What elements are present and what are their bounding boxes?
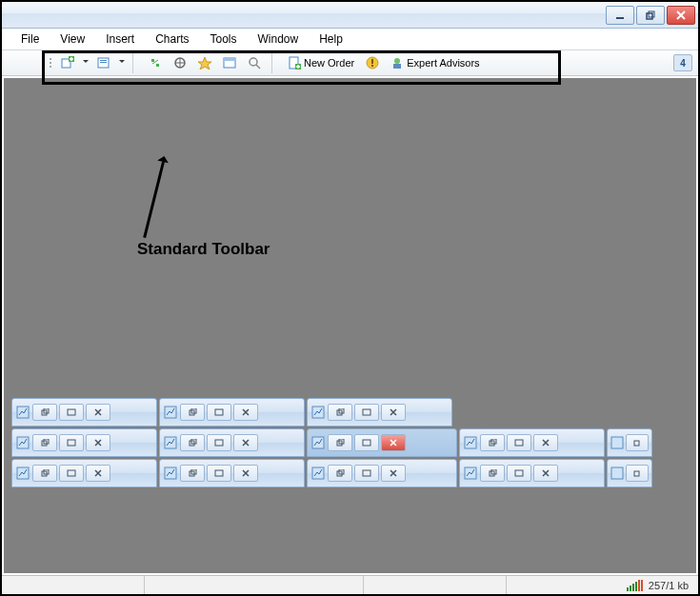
- svg-rect-8: [151, 59, 154, 62]
- navigator-button[interactable]: [194, 52, 215, 73]
- data-window-button[interactable]: [170, 52, 190, 73]
- annotation-arrow: [143, 162, 165, 238]
- window-restore-icon[interactable]: [626, 434, 649, 451]
- window-restore-icon[interactable]: [480, 465, 505, 482]
- menu-view[interactable]: View: [50, 30, 96, 49]
- svg-rect-54: [68, 470, 75, 476]
- window-close-icon[interactable]: [233, 434, 258, 451]
- window-restore-icon[interactable]: [32, 465, 57, 482]
- chart-window[interactable]: [307, 459, 457, 487]
- menu-window[interactable]: Window: [249, 30, 310, 49]
- window-maximize-icon[interactable]: [354, 404, 379, 421]
- menu-help[interactable]: Help: [310, 30, 354, 49]
- svg-rect-17: [371, 59, 373, 64]
- transfer-label: 257/1 kb: [649, 580, 698, 591]
- chart-window[interactable]: [11, 428, 157, 457]
- window-restore-icon[interactable]: [328, 434, 352, 451]
- restore-button[interactable]: [636, 6, 665, 25]
- chart-window[interactable]: [11, 459, 157, 487]
- window-restore-icon[interactable]: [328, 404, 352, 421]
- window-close-icon[interactable]: [381, 465, 406, 482]
- window-maximize-icon[interactable]: [207, 404, 231, 421]
- window-close-icon[interactable]: [233, 404, 258, 421]
- window-restore-icon[interactable]: [32, 434, 57, 451]
- profiles-dropdown[interactable]: [118, 60, 126, 66]
- window-restore-icon[interactable]: [180, 404, 205, 421]
- window-close-icon[interactable]: [381, 404, 406, 421]
- window-close-icon[interactable]: [533, 465, 558, 482]
- window-close-icon[interactable]: [86, 465, 110, 482]
- window-close-icon[interactable]: [233, 465, 258, 482]
- window-restore-icon[interactable]: [32, 404, 57, 421]
- annotation-label: Standard Toolbar: [137, 240, 270, 259]
- chart-window-active[interactable]: [307, 428, 457, 457]
- chart-window[interactable]: [159, 459, 305, 487]
- menu-file[interactable]: File: [11, 30, 50, 49]
- window-restore-icon[interactable]: [480, 434, 505, 451]
- svg-rect-44: [363, 440, 370, 446]
- window-maximize-icon[interactable]: [59, 434, 84, 451]
- new-chart-button[interactable]: [57, 52, 78, 73]
- window-maximize-icon[interactable]: [354, 434, 379, 451]
- chart-window[interactable]: [459, 459, 605, 487]
- svg-rect-58: [215, 470, 223, 476]
- chart-icon: [463, 466, 478, 481]
- close-button[interactable]: [667, 6, 695, 25]
- menu-insert[interactable]: Insert: [96, 30, 146, 49]
- window-maximize-icon[interactable]: [507, 465, 531, 482]
- toolbar-grip[interactable]: [48, 52, 53, 73]
- mdi-windows-area: [11, 398, 690, 487]
- window-close-icon[interactable]: [86, 404, 110, 421]
- minimize-button[interactable]: [606, 6, 634, 25]
- chart-icon: [163, 466, 178, 481]
- mdi-workspace: Standard Toolbar: [4, 78, 696, 573]
- svg-point-19: [394, 58, 400, 64]
- new-order-button[interactable]: New Order: [284, 52, 358, 73]
- chart-window[interactable]: [307, 398, 452, 427]
- window-maximize-icon[interactable]: [59, 465, 84, 482]
- window-restore-icon[interactable]: [180, 434, 205, 451]
- status-cell: [145, 576, 364, 594]
- svg-rect-50: [634, 441, 639, 446]
- expert-advisors-button[interactable]: Expert Advisors: [387, 52, 483, 73]
- standard-toolbar: New Order Expert Advisors 4: [2, 50, 698, 76]
- svg-rect-2: [649, 11, 654, 17]
- menu-charts[interactable]: Charts: [146, 30, 200, 49]
- svg-rect-68: [634, 471, 639, 476]
- svg-rect-20: [393, 64, 401, 69]
- svg-rect-18: [371, 65, 373, 67]
- strategy-tester-button[interactable]: [244, 52, 265, 73]
- menubar: File View Insert Charts Tools Window Hel…: [2, 29, 698, 50]
- chart-icon: [15, 466, 30, 481]
- chart-window[interactable]: [159, 398, 305, 427]
- menu-tools[interactable]: Tools: [201, 30, 249, 49]
- window-restore-icon[interactable]: [180, 465, 205, 482]
- chart-window-partial[interactable]: [607, 459, 652, 487]
- window-maximize-icon[interactable]: [207, 434, 231, 451]
- chart-window-partial[interactable]: [607, 428, 652, 457]
- window-restore-icon[interactable]: [328, 465, 352, 482]
- market-watch-button[interactable]: [145, 52, 166, 73]
- chart-window[interactable]: [11, 398, 157, 427]
- autotrading-button[interactable]: [362, 52, 383, 73]
- window-restore-icon[interactable]: [626, 465, 649, 482]
- chart-window[interactable]: [159, 428, 305, 457]
- profiles-button[interactable]: [93, 52, 114, 73]
- terminal-button[interactable]: [219, 52, 240, 73]
- window-close-icon[interactable]: [533, 434, 558, 451]
- chart-icon: [310, 466, 326, 481]
- window-maximize-icon[interactable]: [59, 404, 84, 421]
- chart-icon: [15, 435, 30, 450]
- window-maximize-icon[interactable]: [354, 465, 379, 482]
- svg-rect-9: [156, 64, 159, 67]
- chart-window[interactable]: [459, 428, 605, 457]
- window-close-icon[interactable]: [381, 434, 406, 451]
- chart-icon: [610, 435, 624, 450]
- window-maximize-icon[interactable]: [507, 434, 531, 451]
- window-maximize-icon[interactable]: [207, 465, 231, 482]
- notification-badge[interactable]: 4: [673, 54, 692, 71]
- svg-rect-40: [215, 440, 223, 446]
- new-chart-dropdown[interactable]: [82, 60, 90, 66]
- window-close-icon[interactable]: [86, 434, 110, 451]
- chart-icon: [163, 405, 178, 420]
